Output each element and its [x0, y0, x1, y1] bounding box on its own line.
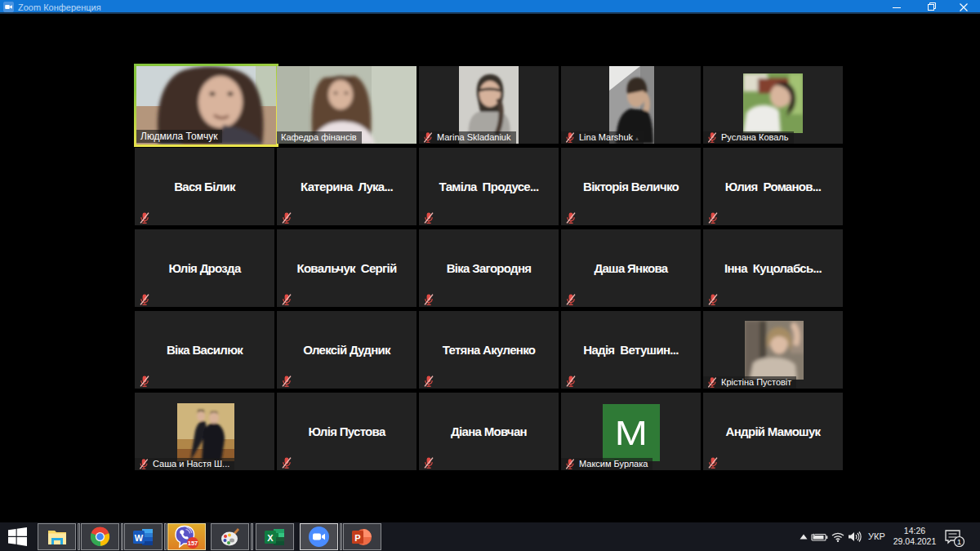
- svg-text:W: W: [135, 532, 144, 542]
- svg-text:157: 157: [188, 539, 198, 546]
- svg-text:P: P: [354, 532, 360, 542]
- svg-text:X: X: [267, 532, 274, 542]
- svg-text:1: 1: [957, 538, 961, 546]
